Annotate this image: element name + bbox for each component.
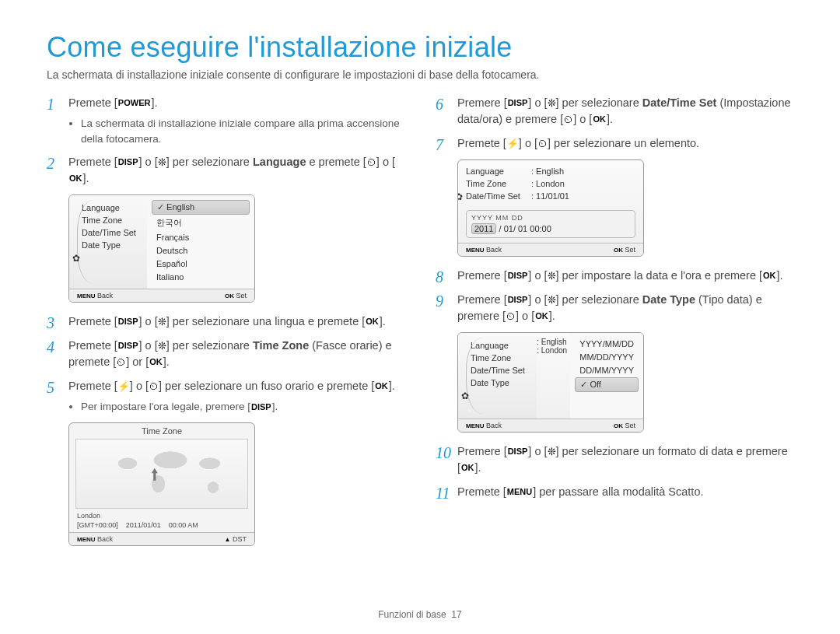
world-map: [75, 439, 248, 509]
screenshot-timezone: Time Zone London [GMT+00:00] 2011/01/01 …: [68, 422, 255, 546]
ss3-value: : London: [537, 346, 570, 355]
ss-footer-set: OK Set: [225, 292, 247, 299]
timer-icon: ⏲: [563, 113, 573, 128]
disp-button-label: DISP: [507, 97, 529, 110]
date-editor: YYYY MM DD 2011 / 01/ 01 00:00: [466, 210, 635, 238]
disp-button-label: DISP: [117, 156, 139, 169]
flash-icon: ⚡: [506, 137, 519, 152]
macro-icon: ❊: [548, 96, 556, 111]
disp-button-label: DISP: [507, 294, 529, 306]
step-number: 9: [436, 290, 443, 313]
ss1-left-row: Language: [74, 201, 142, 214]
ss3-label: Date Type: [463, 377, 532, 389]
timer-icon: ⏲: [149, 380, 159, 394]
ss1-option: 한국어: [152, 215, 250, 230]
ss1-left-row: Date Type: [74, 239, 142, 251]
macro-icon: ❊: [548, 445, 556, 460]
ss1-option: Italiano: [152, 271, 250, 283]
step-2: 2 Premete [DISP] o [❊] per selezionare L…: [47, 154, 404, 187]
step-number: 3: [47, 312, 54, 335]
datetimeset-bold: Date/Time Set: [642, 96, 717, 109]
screenshot-datetype: Language Time Zone Date/Time Set Date Ty…: [457, 332, 644, 433]
footer-section: Funzioni di base: [378, 609, 446, 620]
left-column: 1 Premete [POWER]. La schermata di insta…: [47, 95, 404, 557]
tz-date: 2011/01/01: [126, 521, 161, 529]
ss-footer-back: MENU Back: [466, 422, 502, 429]
step-7: 7 Premete [⚡] o [⏲] per selezionare un e…: [436, 135, 793, 152]
screenshot-language: Language Time Zone Date/Time Set Date Ty…: [68, 194, 255, 303]
footer-page: 17: [451, 609, 461, 620]
macro-icon: ❊: [548, 269, 556, 284]
ok-button-label: OK: [460, 462, 475, 475]
gear-icon: ✿: [457, 191, 463, 202]
step-3: 3 Premete [DISP] o [❊] per selezionare u…: [47, 313, 404, 330]
step-number: 1: [47, 93, 54, 116]
language-bold: Language: [253, 156, 306, 168]
page-footer: Funzioni di base 17: [0, 609, 840, 620]
step-5-note: Per impostare l'ora legale, premere [DIS…: [81, 399, 404, 415]
ss1-left-row: Date/Time Set: [74, 226, 142, 239]
step-1: 1 Premete [POWER]. La schermata di insta…: [47, 95, 404, 146]
ss2-value: : English: [531, 165, 640, 177]
ss2-value: : 11/01/01: [531, 190, 640, 202]
power-button-label: POWER: [117, 97, 152, 110]
ss1-left-row: Time Zone: [74, 214, 142, 226]
ss-footer-back: MENU Back: [77, 535, 113, 543]
ok-button-label: OK: [68, 173, 83, 185]
datetype-bold: Date Type: [642, 293, 695, 306]
timezone-bold: Time Zone: [253, 339, 309, 352]
timer-icon: ⏲: [537, 137, 548, 152]
ss-footer-set: OK Set: [614, 246, 635, 254]
macro-icon: ❊: [158, 315, 166, 330]
page-subtitle: La schermata di installazione iniziale c…: [47, 68, 793, 81]
ok-button-label: OK: [149, 356, 163, 369]
step-5: 5 Premete [⚡] o [⏲] per selezionare un f…: [47, 378, 404, 415]
macro-icon: ❊: [158, 339, 166, 354]
ok-button-label: OK: [374, 380, 389, 393]
step-number: 10: [436, 442, 451, 464]
step-8: 8 Premere [DISP] o [❊] per impostare la …: [436, 268, 793, 284]
ss3-option: YYYY/MM/DD: [575, 338, 639, 350]
timer-icon: ⏲: [116, 356, 126, 370]
ss3-value: : English: [537, 338, 570, 346]
disp-button-label: DISP: [507, 270, 529, 282]
screenshot-datetime: Language Time Zone Date/Time Set ✿ : Eng…: [457, 159, 644, 257]
macro-icon: ❊: [548, 293, 556, 308]
tz-title: Time Zone: [69, 423, 254, 439]
ss1-option-selected: ✓ English: [152, 200, 250, 215]
ss3-option: DD/MM/YYYY: [575, 364, 639, 377]
ok-button-label: OK: [365, 316, 380, 328]
step-number: 6: [436, 93, 443, 116]
step-number: 2: [47, 152, 54, 175]
step-number: 8: [436, 266, 443, 289]
gear-icon: ✿: [461, 391, 472, 401]
ss2-label: Time Zone: [466, 177, 525, 190]
gear-icon: ✿: [72, 253, 83, 264]
step-9: 9 Premere [DISP] o [❊] per selezionare D…: [436, 292, 793, 324]
page-title: Come eseguire l'installazione iniziale: [47, 31, 793, 64]
step-number: 7: [436, 134, 443, 156]
step-number: 11: [436, 482, 450, 505]
ss1-option: Français: [152, 231, 250, 243]
step-number: 5: [47, 377, 54, 399]
ss3-label: Date/Time Set: [463, 364, 532, 377]
disp-button-label: DISP: [117, 340, 139, 352]
ss1-option: Deutsch: [152, 244, 250, 257]
ss-footer-back: MENU Back: [77, 292, 113, 299]
step-10: 10 Premere [DISP] o [❊] per selezionare …: [436, 443, 793, 476]
ss3-option-selected: ✓ Off: [575, 377, 639, 392]
disp-button-label: DISP: [250, 401, 272, 414]
step-6: 6 Premere [DISP] o [❊] per selezionare D…: [436, 95, 793, 128]
ss3-option: MM/DD/YYYY: [575, 351, 639, 363]
tz-time: 00:00 AM: [169, 521, 198, 529]
step-number: 4: [47, 336, 54, 359]
macro-icon: ❊: [158, 156, 166, 170]
step-11: 11 Premete [MENU] per passare alla modal…: [436, 484, 793, 500]
step-1-note: La schermata di installazione iniziale c…: [81, 116, 404, 146]
step-4: 4 Premete [DISP] o [❊] per selezionare T…: [47, 338, 404, 370]
ss2-label: Date/Time Set: [466, 190, 525, 202]
menu-button-label: MENU: [506, 486, 533, 499]
disp-button-label: DISP: [507, 446, 529, 458]
right-column: 6 Premere [DISP] o [❊] per selezionare D…: [436, 95, 793, 557]
timer-icon: ⏲: [366, 156, 376, 170]
